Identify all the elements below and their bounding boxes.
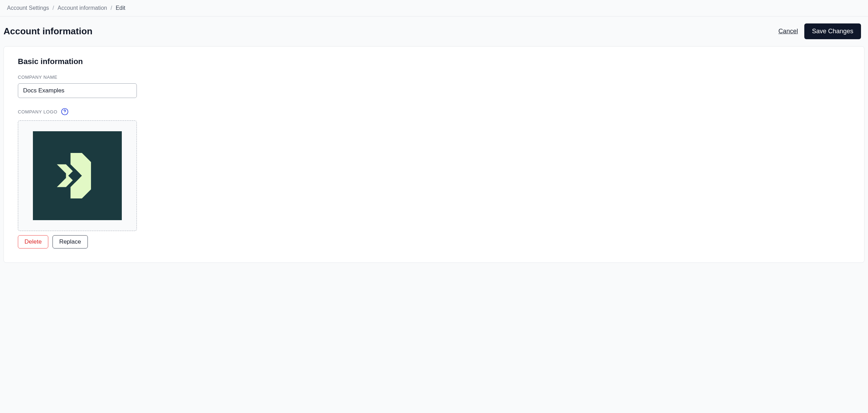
company-logo-icon [55,153,100,198]
cancel-button[interactable]: Cancel [778,28,798,35]
section-title: Basic information [18,57,850,66]
breadcrumb-separator: / [111,5,112,11]
breadcrumb-current: Edit [115,5,125,11]
svg-point-1 [64,113,65,113]
breadcrumb: Account Settings / Account information /… [0,0,868,16]
help-icon[interactable] [61,108,69,115]
delete-logo-button[interactable]: Delete [18,235,48,248]
company-name-field: COMPANY NAME [18,75,850,98]
company-logo-label: COMPANY LOGO [18,109,57,114]
company-logo-label-row: COMPANY LOGO [18,108,850,115]
breadcrumb-separator: / [52,5,54,11]
save-changes-button[interactable]: Save Changes [804,23,861,39]
header-actions: Cancel Save Changes [778,23,861,39]
breadcrumb-link-account-information[interactable]: Account information [58,5,107,11]
breadcrumb-link-account-settings[interactable]: Account Settings [7,5,49,11]
replace-logo-button[interactable]: Replace [52,235,88,248]
company-name-label: COMPANY NAME [18,75,850,80]
logo-dropzone[interactable] [18,120,137,231]
page-header: Account information Cancel Save Changes [0,16,868,46]
company-name-input[interactable] [18,83,137,98]
company-logo-field: COMPANY LOGO Del [18,108,850,248]
logo-actions: Delete Replace [18,235,850,248]
page-title: Account information [4,26,92,37]
logo-preview [33,131,122,220]
basic-information-card: Basic information COMPANY NAME COMPANY L… [4,46,864,263]
